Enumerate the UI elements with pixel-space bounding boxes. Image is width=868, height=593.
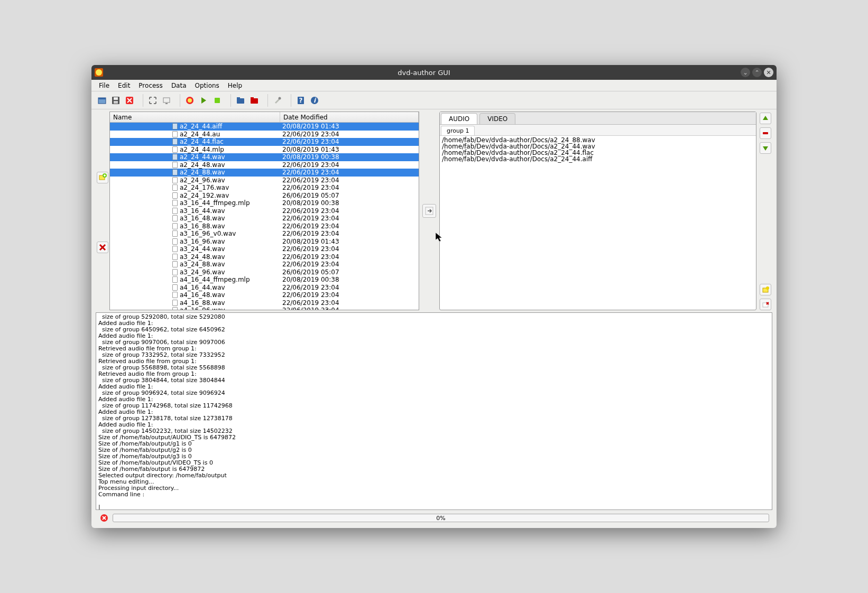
- table-row[interactable]: a4_16_44.wav22/06/2019 23:04: [110, 284, 419, 292]
- table-row[interactable]: a2_24_48.wav22/06/2019 23:04: [110, 161, 419, 169]
- move-down-button[interactable]: [760, 142, 771, 154]
- file-icon: [172, 192, 178, 199]
- progress-bar: 0%: [113, 514, 769, 522]
- table-row[interactable]: a2_24_44.mlp20/08/2019 01:43: [110, 146, 419, 154]
- file-name: a2_24_176.wav: [180, 184, 229, 191]
- file-table-body[interactable]: a2_24_44.aiff20/08/2019 01:43a2_24_44.au…: [110, 123, 419, 310]
- file-icon: [172, 177, 178, 183]
- menu-file[interactable]: File: [95, 81, 114, 90]
- file-name: a2_24_44.flac: [180, 138, 224, 145]
- remove-files-button[interactable]: [97, 242, 108, 253]
- menu-process[interactable]: Process: [134, 81, 167, 90]
- table-row[interactable]: a2_24_44.au22/06/2019 23:04: [110, 131, 419, 138]
- play-button[interactable]: [197, 94, 210, 107]
- table-row[interactable]: a2_24_88.wav22/06/2019 23:04: [110, 169, 419, 177]
- svg-rect-7: [165, 103, 168, 104]
- move-up-button[interactable]: [760, 113, 771, 124]
- file-name: a2_24_96.wav: [180, 177, 225, 184]
- table-row[interactable]: a3_24_88.wav22/06/2019 23:04: [110, 261, 419, 268]
- audio-folder-button[interactable]: [248, 94, 261, 107]
- close-button[interactable]: ✕: [764, 68, 773, 77]
- file-name: a3_16_44.wav: [180, 207, 225, 215]
- file-name: a3_16_96_v0.wav: [180, 230, 236, 237]
- stop-button[interactable]: [211, 94, 224, 107]
- delete-group-button[interactable]: [760, 299, 771, 310]
- record-button[interactable]: [183, 94, 196, 107]
- table-row[interactable]: a3_24_48.wav22/06/2019 23:04: [110, 253, 419, 261]
- help-button[interactable]: ?: [294, 94, 307, 107]
- file-date: 22/06/2019 23:04: [280, 245, 419, 253]
- fullscreen-button[interactable]: [146, 94, 159, 107]
- open-button[interactable]: [96, 94, 108, 107]
- table-row[interactable]: a3_16_44.wav22/06/2019 23:04: [110, 207, 419, 215]
- minimize-button[interactable]: ⌄: [741, 68, 750, 77]
- table-row[interactable]: a4_16_48.wav22/06/2019 23:04: [110, 291, 419, 299]
- svg-point-25: [766, 286, 769, 290]
- column-name[interactable]: Name: [110, 112, 280, 122]
- table-row[interactable]: a4_16_44_ffmpeg.mlp20/08/2019 00:38: [110, 276, 419, 284]
- file-date: 20/08/2019 01:43: [280, 146, 419, 153]
- file-icon: [172, 200, 178, 206]
- file-name: a3_24_48.wav: [180, 253, 225, 261]
- table-row[interactable]: a2_24_44.wav20/08/2019 00:38: [110, 153, 419, 161]
- about-button[interactable]: i: [308, 94, 321, 107]
- svg-rect-3: [114, 97, 118, 100]
- close-project-button[interactable]: [123, 94, 136, 107]
- maximize-button[interactable]: ⌃: [752, 68, 762, 77]
- table-row[interactable]: a2_24_96.wav22/06/2019 23:04: [110, 177, 419, 184]
- table-row[interactable]: a4_16_88.wav22/06/2019 23:04: [110, 299, 419, 307]
- file-icon: [172, 284, 178, 291]
- list-item[interactable]: /home/fab/Dev/dvda-author/Docs/a2_24_44.…: [442, 156, 754, 162]
- file-name: a2_24_48.wav: [180, 161, 225, 169]
- save-button[interactable]: [109, 94, 122, 107]
- table-row[interactable]: a3_16_88.wav22/06/2019 23:04: [110, 223, 419, 230]
- table-row[interactable]: a2_24_44.aiff20/08/2019 01:43: [110, 123, 419, 131]
- table-row[interactable]: a4_16_96.wav22/06/2019 23:04: [110, 307, 419, 310]
- display-button[interactable]: [160, 94, 173, 107]
- menu-data[interactable]: Data: [167, 81, 191, 90]
- file-icon: [172, 146, 178, 153]
- file-icon: [172, 230, 178, 237]
- file-name: a3_16_48.wav: [180, 215, 225, 222]
- remove-item-button[interactable]: [760, 127, 771, 139]
- cancel-button[interactable]: [99, 513, 109, 523]
- file-date: 20/08/2019 01:43: [280, 238, 419, 245]
- group-file-list[interactable]: /home/fab/Dev/dvda-author/Docs/a2_24_88.…: [440, 136, 756, 310]
- svg-point-9: [188, 98, 192, 103]
- file-icon: [172, 238, 178, 245]
- progress-percent: 0%: [113, 514, 769, 522]
- new-group-button[interactable]: [760, 284, 771, 295]
- add-files-button[interactable]: [97, 172, 108, 183]
- log-output[interactable]: size of group 5292080, total size 529208…: [96, 312, 772, 510]
- table-row[interactable]: a3_24_44.wav22/06/2019 23:04: [110, 245, 419, 253]
- menu-options[interactable]: Options: [191, 81, 224, 90]
- file-table: Name Date Modified a2_24_44.aiff20/08/20…: [109, 112, 419, 310]
- table-row[interactable]: a2_24_44.flac22/06/2019 23:04: [110, 138, 419, 146]
- file-name: a2_24_44.au: [180, 131, 220, 138]
- tab-video[interactable]: VIDEO: [479, 113, 515, 124]
- file-icon: [172, 131, 178, 137]
- file-date: 22/06/2019 23:04: [280, 177, 419, 184]
- svg-rect-11: [237, 98, 244, 104]
- table-row[interactable]: a3_24_96.wav26/06/2019 05:07: [110, 268, 419, 276]
- table-row[interactable]: a2_24_176.wav22/06/2019 23:04: [110, 184, 419, 192]
- tab-audio[interactable]: AUDIO: [441, 113, 477, 124]
- table-row[interactable]: a2_24_192.wav26/06/2019 05:07: [110, 192, 419, 200]
- file-date: 26/06/2019 05:07: [280, 192, 419, 199]
- column-date[interactable]: Date Modified: [280, 112, 419, 122]
- table-row[interactable]: a3_16_96_v0.wav22/06/2019 23:04: [110, 230, 419, 238]
- settings-button[interactable]: [271, 94, 284, 107]
- file-icon: [172, 269, 178, 275]
- file-name: a2_24_88.wav: [180, 169, 225, 176]
- table-row[interactable]: a3_16_96.wav20/08/2019 01:43: [110, 238, 419, 246]
- transfer-right-button[interactable]: [422, 204, 436, 218]
- file-icon: [172, 307, 178, 310]
- video-folder-button[interactable]: [234, 94, 247, 107]
- svg-rect-23: [763, 132, 768, 134]
- subtab-group1[interactable]: group 1: [441, 126, 475, 135]
- menu-help[interactable]: Help: [224, 81, 246, 90]
- file-table-header: Name Date Modified: [110, 112, 419, 123]
- table-row[interactable]: a3_16_48.wav22/06/2019 23:04: [110, 215, 419, 223]
- table-row[interactable]: a3_16_44_ffmpeg.mlp20/08/2019 00:38: [110, 199, 419, 207]
- menu-edit[interactable]: Edit: [114, 81, 134, 90]
